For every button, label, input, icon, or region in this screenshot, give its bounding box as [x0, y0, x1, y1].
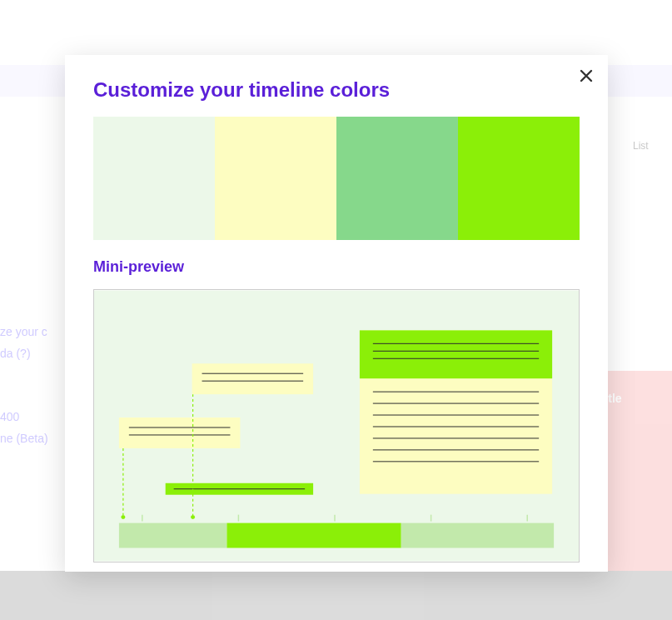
close-icon	[580, 69, 593, 85]
svg-rect-2	[360, 330, 552, 378]
svg-point-24	[191, 515, 195, 519]
svg-rect-13	[192, 363, 314, 394]
svg-rect-30	[119, 523, 227, 548]
svg-point-22	[121, 515, 125, 519]
color-swatch-3[interactable]	[458, 117, 580, 240]
bg-left-item: 400	[0, 410, 67, 423]
svg-rect-16	[119, 418, 241, 448]
color-swatch-0[interactable]	[93, 117, 215, 240]
close-button[interactable]	[576, 67, 596, 87]
bg-left-item: ze your c	[0, 325, 67, 338]
bg-left-item: ne (Beta)	[0, 432, 67, 445]
svg-rect-32	[401, 523, 554, 548]
color-swatch-row	[93, 117, 580, 240]
mini-preview	[93, 289, 580, 562]
preview-heading: Mini-preview	[93, 258, 580, 276]
preview-canvas	[94, 290, 579, 562]
svg-rect-31	[226, 523, 401, 548]
modal-title: Customize your timeline colors	[93, 78, 580, 102]
bg-left-item: da (?)	[0, 347, 67, 360]
customize-colors-modal: Customize your timeline colors Mini-prev…	[65, 55, 608, 572]
color-swatch-2[interactable]	[336, 117, 458, 240]
bg-list-label: List	[633, 140, 649, 152]
color-swatch-1[interactable]	[215, 117, 336, 240]
